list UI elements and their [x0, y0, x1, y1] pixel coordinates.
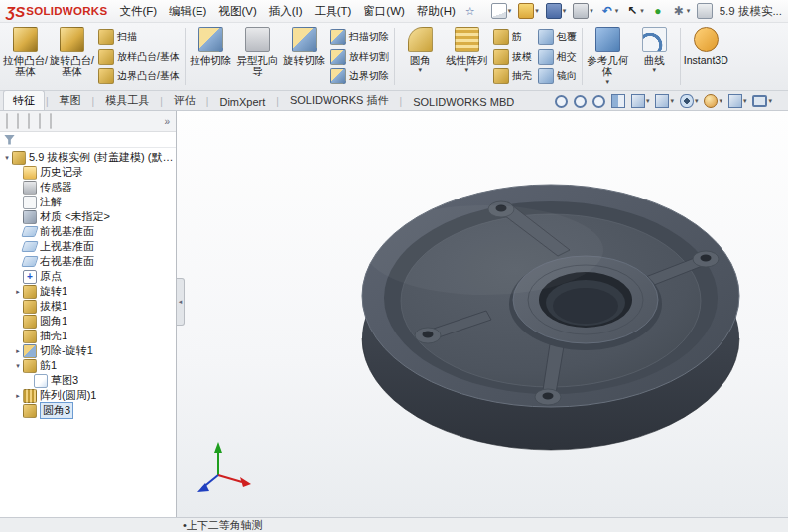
menu-pin-icon[interactable]: ☆	[465, 5, 475, 18]
section-view-button[interactable]	[611, 94, 625, 108]
tab-evaluate[interactable]: 评估	[164, 90, 205, 110]
tree-item[interactable]: 上视基准面	[0, 239, 176, 254]
shell-button[interactable]: 抽壳	[490, 66, 535, 85]
save-button[interactable]: ▾	[544, 2, 569, 20]
hole-wizard-button[interactable]: 异型孔向导	[234, 24, 281, 89]
tree-item[interactable]: ▸切除-旋转1	[0, 343, 176, 358]
swept-cut-button[interactable]: 扫描切除	[328, 27, 392, 46]
previous-view-button[interactable]	[592, 95, 605, 108]
featuremanager-tab[interactable]	[6, 114, 8, 128]
revolved-cut-icon	[292, 27, 317, 52]
tree-item[interactable]: 圆角3	[0, 403, 176, 418]
menu-insert[interactable]: 插入(I)	[263, 1, 309, 22]
expand-panel-icon[interactable]: »	[164, 116, 170, 127]
swept-boss-button[interactable]: 扫描	[95, 27, 183, 46]
tree-item[interactable]: +原点	[0, 269, 176, 284]
print-button[interactable]: ▾	[571, 2, 595, 20]
tree-item[interactable]: 传感器	[0, 180, 176, 195]
view-orientation-button[interactable]: ▾	[631, 94, 650, 108]
tree-item[interactable]: 草图3	[0, 373, 176, 388]
hide-show-items-button[interactable]: ▾	[680, 94, 699, 108]
intersect-button[interactable]: 相交	[535, 47, 580, 66]
zoom-area-button[interactable]	[574, 95, 587, 108]
new-document-button[interactable]: ▾	[489, 2, 514, 20]
reference-geometry-button[interactable]: 参考几何体▾	[585, 24, 631, 89]
tree-item[interactable]: 注解	[0, 195, 176, 209]
edit-appearance-button[interactable]: ▾	[704, 94, 722, 108]
tab-mold-tools[interactable]: 模具工具	[95, 90, 159, 110]
tab-solidworks-add-ins[interactable]: SOLIDWORKS 插件	[280, 90, 399, 110]
curves-button[interactable]: 曲线▾	[631, 24, 678, 89]
part-body[interactable]	[362, 185, 739, 450]
draft-button[interactable]: 拔模	[490, 47, 535, 66]
tab-dimxpert[interactable]: DimXpert	[209, 93, 275, 110]
boundary-cut-button[interactable]: 边界切除	[328, 66, 392, 85]
dimxpertmanager-tab[interactable]	[39, 114, 41, 128]
fillet-icon	[408, 27, 433, 52]
tree-item-label: 旋转1	[40, 284, 67, 299]
rebuild-button[interactable]: ●	[649, 3, 667, 19]
expand-arrow-icon[interactable]: ▸	[13, 392, 23, 400]
graphics-viewport[interactable]: ◂	[177, 111, 788, 517]
menu-tools[interactable]: 工具(T)	[309, 1, 358, 22]
tree-item[interactable]: ▸阵列(圆周)1	[0, 388, 176, 403]
view-settings-button[interactable]: ▾	[728, 94, 747, 108]
extruded-cut-button[interactable]: 拉伸切除	[188, 24, 234, 89]
menu-bar: 文件(F)编辑(E)视图(V)插入(I)工具(T)窗口(W)帮助(H)	[113, 1, 460, 22]
configurationmanager-tab[interactable]	[28, 114, 30, 128]
extruded-boss-button[interactable]: 拉伸凸台/基体	[2, 24, 49, 89]
options-button[interactable]: ✱▾	[670, 3, 693, 19]
tab-sketch[interactable]: 草图	[50, 90, 91, 110]
tree-item[interactable]: 材质 <未指定>	[0, 209, 176, 224]
expand-arrow-icon[interactable]: ▾	[2, 154, 12, 162]
displaymanager-tab[interactable]	[50, 114, 52, 128]
menu-file[interactable]: 文件(F)	[113, 1, 163, 22]
menu-window[interactable]: 窗口(W)	[357, 1, 411, 22]
tree-item-label: 草图3	[51, 373, 78, 388]
fillet-button[interactable]: 圆角▾	[397, 24, 444, 89]
propertymanager-tab[interactable]	[17, 114, 19, 128]
tree-item[interactable]: ▸旋转1	[0, 284, 176, 299]
tree-item[interactable]: 拔模1	[0, 299, 176, 314]
tree-item[interactable]: 抽壳1	[0, 329, 176, 343]
menu-view[interactable]: 视图(V)	[212, 1, 262, 22]
undo-icon: ↶	[600, 4, 614, 18]
linear-pattern-button[interactable]: 线性阵列▾	[444, 24, 490, 89]
zoom-fit-button[interactable]	[555, 95, 568, 108]
file-properties-button[interactable]	[695, 2, 715, 20]
open-document-button[interactable]: ▾	[516, 2, 541, 20]
wrap-button[interactable]: 包覆	[535, 27, 580, 46]
revolved-boss-button[interactable]: 旋转凸台/基体	[49, 24, 95, 89]
expand-arrow-icon[interactable]: ▸	[13, 347, 23, 355]
expand-arrow-icon[interactable]: ▾	[13, 362, 23, 370]
display-style-icon	[655, 94, 669, 108]
tree-item-label: 注解	[40, 195, 62, 209]
tree-item[interactable]: ▾5.9 拔模实例 (封盖建模) (默认<<默认...	[0, 150, 176, 165]
instant3d-button[interactable]: Instant3D	[683, 24, 729, 89]
boundary-boss-button[interactable]: 边界凸台/基体	[95, 66, 183, 85]
menu-help[interactable]: 帮助(H)	[411, 1, 461, 22]
undo-button[interactable]: ↶▾	[598, 3, 621, 19]
dropdown-arrow-icon: ▾	[563, 7, 567, 15]
filter-icon[interactable]	[4, 135, 15, 145]
tree-item[interactable]: 右视基准面	[0, 254, 176, 269]
select-button[interactable]: ↖▾	[623, 3, 646, 19]
tab-solidworks-mbd[interactable]: SOLIDWORKS MBD	[403, 93, 524, 110]
tree-item[interactable]: ▾筋1	[0, 358, 176, 373]
panel-splitter-handle[interactable]: ◂	[177, 278, 185, 326]
lofted-cut-button[interactable]: 放样切割	[328, 47, 392, 66]
expand-arrow-icon[interactable]: ▸	[13, 288, 23, 296]
monitor-button[interactable]: ▾	[752, 95, 772, 107]
tree-item[interactable]: 前视基准面	[0, 224, 176, 239]
model-3d[interactable]	[177, 111, 788, 523]
ribbon: 拉伸凸台/基体旋转凸台/基体扫描放样凸台/基体边界凸台/基体拉伸切除异型孔向导旋…	[0, 23, 788, 91]
tree-item[interactable]: 圆角1	[0, 314, 176, 329]
display-style-button[interactable]: ▾	[655, 94, 674, 108]
rib-button[interactable]: 筋	[490, 27, 535, 46]
mirror-button[interactable]: 镜向	[535, 66, 580, 85]
menu-edit[interactable]: 编辑(E)	[163, 1, 212, 22]
revolved-cut-button[interactable]: 旋转切除	[281, 24, 328, 89]
tree-item[interactable]: 历史记录	[0, 165, 176, 180]
lofted-boss-button[interactable]: 放样凸台/基体	[95, 47, 183, 66]
tab-features[interactable]: 特征	[3, 90, 45, 110]
